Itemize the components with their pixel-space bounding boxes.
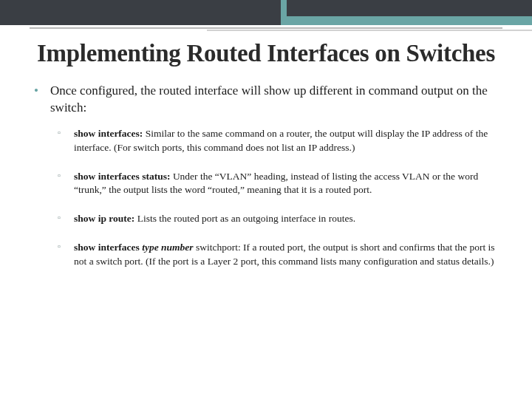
command-name: show interfaces status:: [74, 171, 171, 182]
command-list: show interfaces: Similar to the same com…: [50, 127, 495, 269]
command-desc: Lists the routed port as an outgoing int…: [134, 213, 355, 224]
command-name: show interfaces: [74, 242, 142, 253]
list-item: show interfaces status: Under the “VLAN”…: [71, 170, 495, 198]
slide: Implementing Routed Interfaces on Switch…: [0, 0, 532, 399]
list-item: show interfaces type number switchport: …: [71, 241, 495, 269]
list-item: show ip route: Lists the routed port as …: [71, 212, 495, 226]
header-underline-1: [30, 27, 502, 29]
list-item: show interfaces: Similar to the same com…: [71, 127, 495, 155]
page-title: Implementing Routed Interfaces on Switch…: [30, 40, 502, 68]
main-list: Once configured, the routed interface wi…: [30, 83, 502, 269]
intro-item: Once configured, the routed interface wi…: [47, 83, 495, 269]
intro-text: Once configured, the routed interface wi…: [50, 83, 488, 115]
command-emph: type number: [142, 242, 193, 253]
command-name: show interfaces:: [74, 128, 143, 139]
header-accent: [281, 16, 532, 25]
header-underline-2: [207, 30, 532, 31]
content-area: Implementing Routed Interfaces on Switch…: [0, 33, 532, 399]
command-name: show ip route:: [74, 213, 134, 224]
